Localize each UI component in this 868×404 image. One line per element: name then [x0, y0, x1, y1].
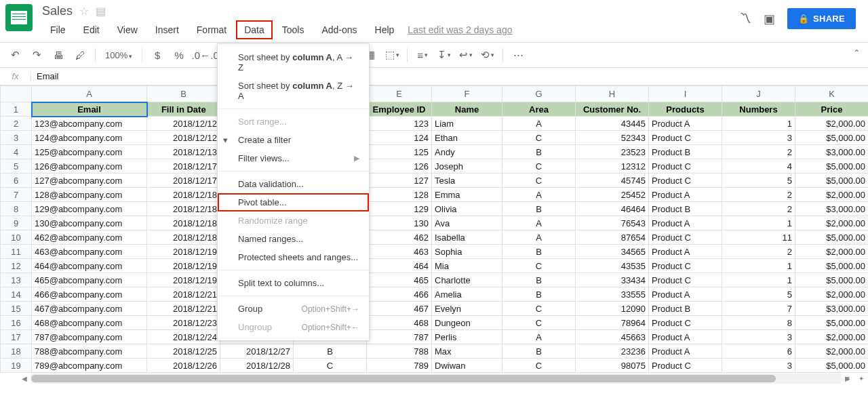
menu-item[interactable]: Pivot table... — [218, 193, 369, 211]
cell[interactable]: Product A — [649, 245, 722, 259]
cell[interactable]: 126 — [367, 159, 432, 174]
cell[interactable]: 45663 — [576, 330, 649, 344]
cell[interactable]: B — [502, 287, 576, 302]
cell[interactable]: 466 — [367, 287, 432, 302]
cell[interactable]: Olivia — [432, 202, 502, 216]
col-header[interactable]: H — [576, 86, 649, 102]
cell[interactable]: 2018/12/17 — [147, 174, 220, 188]
cell[interactable]: 462@abcompany.com — [32, 230, 147, 245]
cell[interactable]: 3 — [722, 131, 795, 145]
header-cell[interactable]: Email — [32, 102, 147, 117]
menu-item[interactable]: Data validation... — [218, 175, 369, 193]
cell[interactable]: 2018/12/23 — [147, 316, 220, 330]
horizontal-scrollbar[interactable]: ◀ ▶ — [31, 373, 841, 384]
explore-chart-icon[interactable]: 〽 — [739, 12, 751, 26]
v-align-button[interactable]: ↧▾ — [435, 45, 454, 64]
header-cell[interactable]: Customer No. — [576, 102, 649, 117]
cell[interactable]: 87654 — [576, 230, 649, 245]
cell[interactable]: 2 — [722, 188, 795, 202]
cell[interactable]: 467 — [367, 302, 432, 316]
cell[interactable]: Max — [432, 344, 502, 359]
cell[interactable]: Charlotte — [432, 273, 502, 287]
col-header[interactable]: B — [147, 86, 220, 102]
menu-item[interactable]: Protected sheets and ranges... — [218, 248, 369, 266]
cell[interactable]: 45745 — [576, 174, 649, 188]
decrease-decimal-button[interactable]: .0← — [191, 45, 210, 64]
cell[interactable]: 468 — [367, 316, 432, 330]
menu-item[interactable]: Sort sheet by column A, A → Z — [218, 48, 369, 77]
cell[interactable]: B — [294, 344, 367, 359]
cell[interactable]: 3 — [722, 330, 795, 344]
cell[interactable]: $2,000.00 — [795, 344, 869, 359]
cell[interactable]: Product A — [649, 216, 722, 230]
cell[interactable]: $2,000.00 — [795, 287, 869, 302]
menu-item[interactable]: Sort sheet by column A, Z → A — [218, 77, 369, 105]
merge-button[interactable]: ⬚▾ — [382, 45, 401, 64]
menu-item[interactable]: Split text to columns... — [218, 274, 369, 292]
collapse-toolbar-icon[interactable]: ˆ — [855, 49, 859, 61]
header-cell[interactable]: Numbers — [722, 102, 795, 117]
col-header[interactable]: F — [432, 86, 502, 102]
cell[interactable]: Product C — [649, 131, 722, 145]
row-header[interactable]: 5 — [1, 159, 32, 174]
cell[interactable]: 2018/12/24 — [147, 330, 220, 344]
cell[interactable]: 463@abcompany.com — [32, 245, 147, 259]
cell[interactable]: 1 — [722, 259, 795, 273]
cell[interactable]: 2 — [722, 245, 795, 259]
last-edit-link[interactable]: Last edit was 2 days ago — [408, 24, 512, 35]
cell[interactable]: B — [502, 145, 576, 159]
h-align-button[interactable]: ≡▾ — [413, 45, 432, 64]
col-header[interactable]: A — [32, 86, 147, 102]
cell[interactable]: 2018/12/18 — [147, 216, 220, 230]
menu-item[interactable]: GroupOption+Shift+→ — [218, 300, 369, 318]
cell[interactable]: 2 — [722, 145, 795, 159]
cell[interactable]: $3,000.00 — [795, 202, 869, 216]
row-header[interactable]: 13 — [1, 273, 32, 287]
menu-insert[interactable]: Insert — [147, 20, 187, 39]
cell[interactable]: 7 — [722, 302, 795, 316]
cell[interactable]: 466@abcompany.com — [32, 287, 147, 302]
header-cell[interactable]: Fill in Date — [147, 102, 220, 117]
header-cell[interactable]: Price — [795, 102, 869, 117]
row-header[interactable]: 4 — [1, 145, 32, 159]
row-header[interactable]: 1 — [1, 102, 32, 117]
menu-item[interactable]: ▾Create a filter — [218, 131, 369, 149]
row-header[interactable]: 7 — [1, 188, 32, 202]
cell[interactable]: 23236 — [576, 344, 649, 359]
cell[interactable]: Product A — [649, 330, 722, 344]
cell[interactable]: $5,000.00 — [795, 273, 869, 287]
cell[interactable]: C — [502, 174, 576, 188]
cell[interactable]: Product B — [649, 145, 722, 159]
zoom-select[interactable]: 100%▾ — [101, 50, 136, 60]
cell[interactable]: Product C — [649, 359, 722, 373]
cell[interactable]: 787 — [367, 330, 432, 344]
formula-input[interactable]: Email — [31, 71, 64, 81]
row-header[interactable]: 15 — [1, 302, 32, 316]
cell[interactable]: C — [294, 359, 367, 373]
cell[interactable]: 98075 — [576, 359, 649, 373]
menu-format[interactable]: Format — [189, 20, 235, 39]
cell[interactable]: Product C — [649, 159, 722, 174]
cell[interactable]: 130@abcompany.com — [32, 216, 147, 230]
cell[interactable]: A — [502, 230, 576, 245]
document-title[interactable]: Sales — [42, 4, 73, 18]
cell[interactable]: 465 — [367, 273, 432, 287]
cell[interactable]: Product B — [649, 202, 722, 216]
header-cell[interactable]: Products — [649, 102, 722, 117]
cell[interactable]: 6 — [722, 344, 795, 359]
cell[interactable]: Joseph — [432, 159, 502, 174]
cell[interactable]: $2,000.00 — [795, 245, 869, 259]
cell[interactable]: A — [502, 330, 576, 344]
cell[interactable]: 2018/12/21 — [147, 302, 220, 316]
scroll-thumb[interactable] — [31, 375, 776, 382]
cell[interactable]: $5,000.00 — [795, 316, 869, 330]
cell[interactable]: 23523 — [576, 145, 649, 159]
scroll-left-icon[interactable]: ◀ — [18, 373, 31, 384]
star-icon[interactable]: ☆ — [79, 5, 89, 18]
cell[interactable]: 2018/12/27 — [220, 344, 294, 359]
cell[interactable]: 2018/12/28 — [220, 359, 294, 373]
cell[interactable]: 52343 — [576, 131, 649, 145]
cell[interactable]: Evelyn — [432, 302, 502, 316]
cell[interactable]: 467@abcompany.com — [32, 302, 147, 316]
cell[interactable]: 129 — [367, 202, 432, 216]
